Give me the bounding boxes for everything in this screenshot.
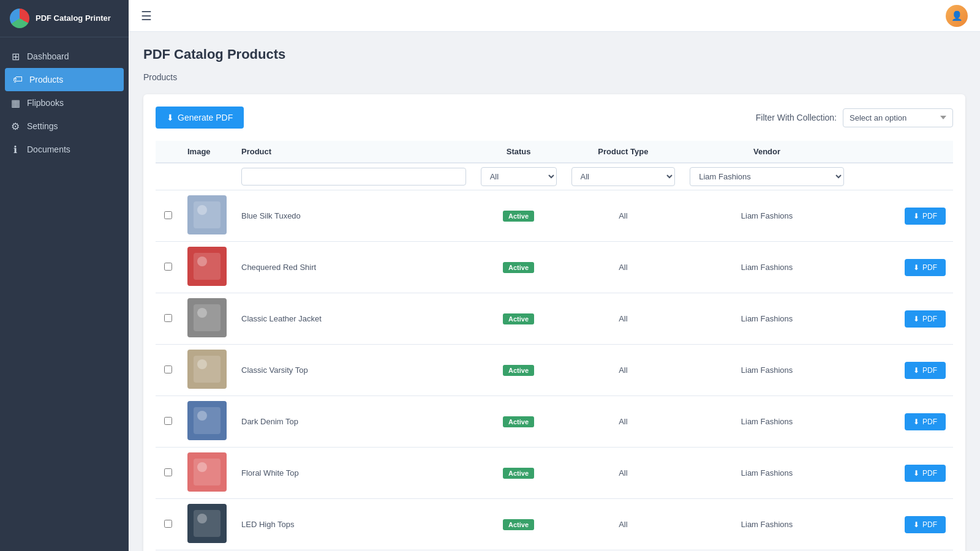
download-icon: ⬇ (167, 113, 174, 122)
vendor-filter-select[interactable]: Liam Fashions (690, 167, 844, 186)
user-avatar[interactable]: 👤 (946, 5, 968, 27)
sidebar-item-dashboard[interactable]: ⊞ Dashboard (0, 45, 129, 68)
products-icon: 🏷 (12, 74, 23, 85)
download-icon-7: ⬇ (913, 520, 919, 529)
row-status-1: Active (473, 190, 564, 242)
sidebar-label-products: Products (29, 75, 63, 84)
documents-icon: ℹ (10, 144, 21, 155)
pdf-button-4[interactable]: ⬇ PDF (905, 362, 946, 379)
row-checkbox-4[interactable] (164, 365, 172, 373)
row-vendor-5: Liam Fashions (682, 396, 851, 448)
row-action-5: ⬇ PDF (851, 396, 953, 448)
row-check-3[interactable] (156, 293, 180, 345)
page-title: PDF Catalog Products (143, 47, 965, 62)
active-badge-2: Active (503, 262, 534, 273)
svg-rect-1 (194, 201, 221, 228)
products-table: Image Product Status Product Type Vendor (156, 141, 953, 551)
table-body: All All Liam Fashions (156, 163, 953, 551)
row-image-4 (180, 345, 234, 396)
svg-rect-7 (194, 304, 221, 331)
row-vendor-3: Liam Fashions (682, 293, 851, 345)
topbar-right: 👤 (946, 5, 968, 27)
row-checkbox-5[interactable] (164, 417, 172, 425)
col-check (156, 141, 180, 163)
filter-action-cell (851, 163, 953, 190)
row-type-4: All (564, 345, 683, 396)
svg-rect-4 (194, 253, 221, 280)
filter-product-cell (234, 163, 473, 190)
filter-status-cell: All (473, 163, 564, 190)
row-image-2 (180, 242, 234, 293)
pdf-button-1[interactable]: ⬇ PDF (905, 208, 946, 225)
row-vendor-1: Liam Fashions (682, 190, 851, 242)
settings-icon: ⚙ (10, 121, 21, 132)
row-product-6: Floral White Top (234, 448, 473, 499)
status-filter-select[interactable]: All (481, 167, 557, 186)
pdf-button-3[interactable]: ⬇ PDF (905, 310, 946, 328)
row-product-1: Blue Silk Tuxedo (234, 190, 473, 242)
row-status-6: Active (473, 448, 564, 499)
product-search-input[interactable] (241, 168, 466, 186)
col-product: Product (234, 141, 473, 163)
row-check-2[interactable] (156, 242, 180, 293)
sidebar-item-settings[interactable]: ⚙ Settings (0, 114, 129, 138)
row-checkbox-2[interactable] (164, 263, 172, 271)
sidebar-item-flipbooks[interactable]: ▦ Flipbooks (0, 91, 129, 114)
row-checkbox-1[interactable] (164, 211, 172, 219)
col-action (851, 141, 953, 163)
row-checkbox-6[interactable] (164, 468, 172, 476)
row-check-5[interactable] (156, 396, 180, 448)
sidebar-item-documents[interactable]: ℹ Documents (0, 138, 129, 161)
pdf-button-5[interactable]: ⬇ PDF (905, 413, 946, 430)
main-content: ☰ 👤 PDF Catalog Products Products ⬇ Gene… (129, 0, 980, 551)
row-status-4: Active (473, 345, 564, 396)
table-row: Dark Denim Top Active All Liam Fashions … (156, 396, 953, 448)
table-row: Floral White Top Active All Liam Fashion… (156, 448, 953, 499)
pdf-button-6[interactable]: ⬇ PDF (905, 465, 946, 482)
row-action-2: ⬇ PDF (851, 242, 953, 293)
content-area: PDF Catalog Products Products ⬇ Generate… (129, 32, 980, 551)
row-check-4[interactable] (156, 345, 180, 396)
row-type-3: All (564, 293, 683, 345)
row-check-7[interactable] (156, 499, 180, 550)
row-image-7 (180, 499, 234, 550)
row-type-2: All (564, 242, 683, 293)
filter-row: All All Liam Fashions (156, 163, 953, 190)
filter-type-cell: All (564, 163, 683, 190)
row-action-1: ⬇ PDF (851, 190, 953, 242)
pdf-button-7[interactable]: ⬇ PDF (905, 516, 946, 533)
row-check-6[interactable] (156, 448, 180, 499)
row-image-3 (180, 293, 234, 345)
sidebar-label-documents: Documents (27, 144, 70, 154)
menu-toggle-button[interactable]: ☰ (141, 9, 152, 23)
row-checkbox-3[interactable] (164, 314, 172, 322)
collection-filter-select[interactable]: Select an optionLiam FashionsAll (843, 108, 953, 127)
svg-point-5 (197, 257, 207, 266)
table-row: Classic Varsity Top Active All Liam Fash… (156, 345, 953, 396)
row-vendor-6: Liam Fashions (682, 448, 851, 499)
active-badge-4: Active (503, 365, 534, 376)
download-icon-6: ⬇ (913, 469, 919, 478)
topbar: ☰ 👤 (129, 0, 980, 32)
generate-pdf-button[interactable]: ⬇ Generate PDF (156, 107, 244, 129)
filter-area: Filter With Collection: Select an option… (756, 108, 953, 127)
sidebar-nav: ⊞ Dashboard🏷 Products▦ Flipbooks⚙ Settin… (0, 37, 129, 168)
topbar-left: ☰ (141, 9, 152, 23)
row-checkbox-7[interactable] (164, 520, 172, 528)
row-status-7: Active (473, 499, 564, 550)
col-vendor: Vendor (682, 141, 851, 163)
active-badge-7: Active (503, 519, 534, 530)
table-header: Image Product Status Product Type Vendor (156, 141, 953, 163)
table-row: Blue Silk Tuxedo Active All Liam Fashion… (156, 190, 953, 242)
pdf-button-2[interactable]: ⬇ PDF (905, 259, 946, 276)
filter-vendor-cell: Liam Fashions (682, 163, 851, 190)
sidebar-logo: PDF Catalog Printer (0, 0, 129, 37)
filter-image-cell (180, 163, 234, 190)
sidebar-item-products[interactable]: 🏷 Products (5, 68, 124, 91)
row-image-1 (180, 190, 234, 242)
col-status: Status (473, 141, 564, 163)
row-vendor-4: Liam Fashions (682, 345, 851, 396)
row-check-1[interactable] (156, 190, 180, 242)
row-action-3: ⬇ PDF (851, 293, 953, 345)
type-filter-select[interactable]: All (571, 167, 676, 186)
